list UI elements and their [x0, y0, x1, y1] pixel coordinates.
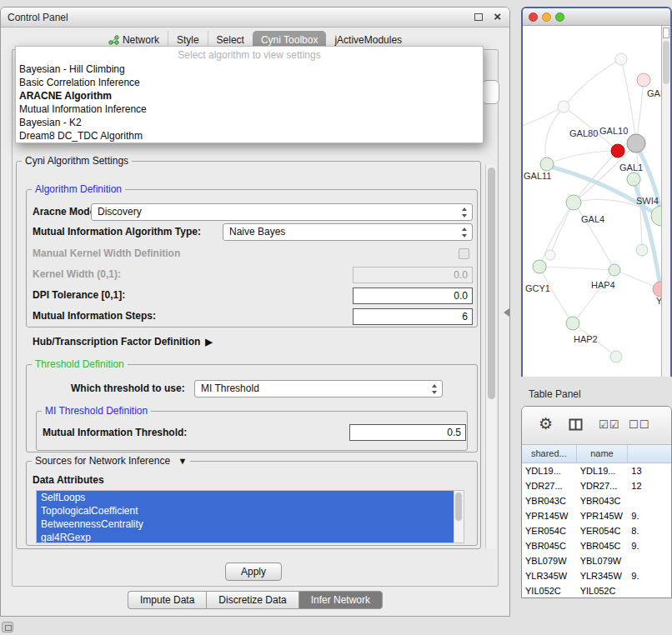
- network-node-hap4[interactable]: [609, 264, 620, 276]
- algorithm-combobox-fragment[interactable]: [482, 80, 499, 104]
- network-node[interactable]: [636, 244, 648, 256]
- tab-impute-data[interactable]: Impute Data: [128, 591, 206, 609]
- zoom-window-icon[interactable]: [555, 12, 564, 22]
- column-header-extra[interactable]: [628, 445, 671, 462]
- table-row[interactable]: YPR145WYPR145W9.: [522, 508, 671, 523]
- table-row[interactable]: YBR043CYBR043C: [522, 493, 671, 508]
- tab-infer-network[interactable]: Infer Network: [298, 591, 383, 609]
- cell[interactable]: YBR045C: [522, 538, 577, 553]
- network-node-swi4[interactable]: [651, 206, 661, 226]
- table-row[interactable]: YBL079WYBL079W: [522, 553, 671, 568]
- which-threshold-combobox[interactable]: MI Threshold: [194, 380, 443, 398]
- settings-scrollbar[interactable]: [485, 164, 496, 549]
- network-node[interactable]: [610, 351, 622, 362]
- mi-threshold-input[interactable]: 0.5: [349, 424, 466, 441]
- cell[interactable]: YER054C: [522, 523, 577, 538]
- network-node-selected[interactable]: [611, 144, 624, 158]
- network-node-gal80[interactable]: [558, 101, 569, 112]
- cell[interactable]: [628, 583, 671, 598]
- network-node[interactable]: [545, 250, 555, 260]
- network-node-gal4[interactable]: [566, 195, 581, 210]
- desktop: Control Panel × Network Style Select Cyn…: [0, 0, 672, 635]
- column-header-shared-name[interactable]: shared...: [522, 445, 577, 462]
- hub-definition-expander[interactable]: Hub/Transcription Factor Definition▶: [33, 336, 213, 348]
- attributes-scrollbar[interactable]: [454, 491, 464, 542]
- network-canvas[interactable]: GAL GAL80 GAL10 GAL11 GAL1 SWI4 GAL4 GCY…: [523, 26, 661, 377]
- tab-discretize-data[interactable]: Discretize Data: [206, 591, 298, 609]
- attribute-item[interactable]: TopologicalCoefficient: [37, 504, 454, 518]
- network-node-gal1[interactable]: [627, 172, 640, 186]
- cell[interactable]: 13: [628, 463, 671, 478]
- dropdown-item-aracne[interactable]: ARACNE Algorithm: [16, 89, 483, 102]
- sources-group-title[interactable]: Sources for Network Inference ▼: [32, 455, 190, 467]
- cell[interactable]: YBR043C: [522, 493, 577, 508]
- table-row[interactable]: YDL19...YDL19...13: [522, 463, 671, 478]
- cell[interactable]: 12: [628, 478, 671, 493]
- manual-kernel-checkbox[interactable]: [459, 248, 469, 259]
- network-vertical-scrollbar[interactable]: [661, 26, 670, 377]
- cell[interactable]: YPR145W: [577, 508, 629, 523]
- float-panel-icon[interactable]: [474, 13, 483, 21]
- cell[interactable]: YDL19...: [522, 463, 577, 478]
- gear-icon[interactable]: ⚙: [539, 414, 553, 433]
- network-node-hap2[interactable]: [566, 317, 579, 330]
- scrollbar-thumb[interactable]: [663, 41, 669, 84]
- kernel-width-input[interactable]: 0.0: [353, 267, 473, 283]
- scrollbar-thumb[interactable]: [455, 492, 462, 521]
- select-all-icon[interactable]: ☑☑: [599, 418, 619, 431]
- cell[interactable]: YER054C: [577, 523, 629, 538]
- attribute-item[interactable]: SelfLoops: [37, 491, 454, 504]
- cell[interactable]: YDL19...: [577, 463, 629, 478]
- dropdown-item-basic-correlation[interactable]: Basic Correlation Inference: [16, 76, 483, 89]
- cell[interactable]: YIL052C: [522, 583, 577, 598]
- cell[interactable]: 8.: [628, 523, 671, 538]
- table-row[interactable]: YLR345WYLR345W9.: [522, 568, 671, 583]
- cell[interactable]: [628, 553, 671, 568]
- scrollbar-button[interactable]: [663, 28, 669, 38]
- scrollbar-thumb[interactable]: [488, 168, 495, 399]
- cell[interactable]: YIL052C: [577, 583, 629, 598]
- cell[interactable]: YBL079W: [522, 553, 577, 568]
- close-panel-icon[interactable]: ×: [494, 9, 501, 23]
- attribute-item[interactable]: gal4RGexp: [37, 531, 454, 543]
- dropdown-item-mutual-information[interactable]: Mutual Information Inference: [16, 102, 483, 116]
- dropdown-item-hill-climbing[interactable]: Bayesian - Hill Climbing: [16, 62, 483, 76]
- network-node-gcy1[interactable]: [533, 260, 546, 273]
- cell[interactable]: YLR345W: [522, 568, 577, 583]
- network-node[interactable]: [637, 73, 650, 87]
- close-window-icon[interactable]: [529, 12, 538, 22]
- mi-type-combobox[interactable]: Naive Bayes: [223, 223, 473, 241]
- apply-button[interactable]: Apply: [225, 562, 282, 581]
- table-row[interactable]: YIL052CYIL052C: [522, 583, 671, 598]
- cell[interactable]: 9.: [628, 508, 671, 523]
- panel-splitter-handle[interactable]: [504, 308, 509, 317]
- cell[interactable]: [628, 493, 671, 508]
- cell[interactable]: YDR27...: [522, 478, 577, 493]
- cell[interactable]: 9.: [628, 538, 671, 553]
- network-node[interactable]: [615, 53, 627, 65]
- columns-icon[interactable]: [569, 418, 583, 431]
- mi-steps-input[interactable]: 6: [353, 308, 473, 325]
- network-node-gal10[interactable]: [627, 134, 645, 152]
- collapsed-panel-icon[interactable]: [2, 622, 13, 632]
- cell[interactable]: YLR345W: [577, 568, 629, 583]
- table-row[interactable]: YER054CYER054C8.: [522, 523, 671, 538]
- column-header-name[interactable]: name: [577, 445, 629, 462]
- cell[interactable]: YPR145W: [522, 508, 577, 523]
- network-node-pink[interactable]: [653, 282, 661, 297]
- cell[interactable]: YBL079W: [577, 553, 629, 568]
- table-row[interactable]: YBR045CYBR045C9.: [522, 538, 671, 553]
- attribute-item[interactable]: BetweennessCentrality: [37, 518, 454, 531]
- cell[interactable]: YBR043C: [577, 493, 629, 508]
- minimize-window-icon[interactable]: [542, 12, 551, 22]
- network-node-gal11[interactable]: [540, 158, 554, 171]
- table-row[interactable]: YDR27...YDR27...12: [522, 478, 671, 493]
- dropdown-item-bayesian-k2[interactable]: Bayesian - K2: [16, 116, 483, 129]
- dpi-tolerance-input[interactable]: 0.0: [353, 288, 473, 304]
- aracne-mode-combobox[interactable]: Discovery: [91, 203, 473, 221]
- deselect-all-icon[interactable]: ☐☐: [629, 418, 649, 431]
- cell[interactable]: YBR045C: [577, 538, 629, 553]
- cell[interactable]: 9.: [628, 568, 671, 583]
- dropdown-item-dream8[interactable]: Dream8 DC_TDC Algorithm: [16, 129, 483, 142]
- cell[interactable]: YDR27...: [577, 478, 629, 493]
